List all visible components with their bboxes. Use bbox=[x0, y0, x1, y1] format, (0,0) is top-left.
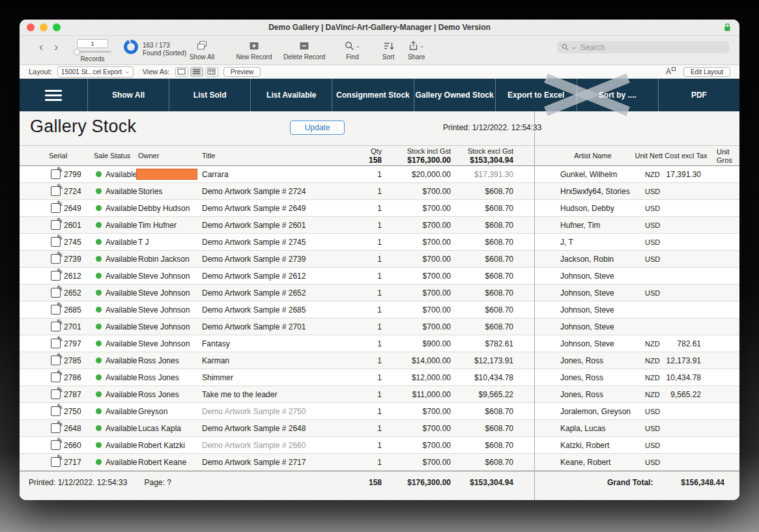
table-row[interactable]: ✎ 2786 Available Ross Jones Shimmer 1 $1… bbox=[20, 369, 739, 386]
edit-record-cell: ✎ bbox=[20, 437, 64, 453]
edit-record-icon[interactable]: ✎ bbox=[51, 203, 61, 213]
share-button[interactable]: ⌄ Share bbox=[400, 40, 433, 61]
owner-cell[interactable]: Steve Johnson bbox=[138, 285, 202, 301]
zoom-window-button[interactable] bbox=[53, 23, 61, 31]
edit-record-icon[interactable]: ✎ bbox=[51, 339, 61, 348]
preview-button[interactable]: Preview bbox=[223, 67, 261, 77]
find-dropdown-chevron-icon[interactable]: ⌄ bbox=[356, 43, 361, 49]
edit-record-icon[interactable]: ✎ bbox=[51, 169, 61, 179]
table-row[interactable]: ✎ 2787 Available Ross Jones Take me to t… bbox=[20, 386, 739, 403]
edit-record-icon[interactable]: ✎ bbox=[51, 305, 61, 315]
find-button[interactable]: ⌄ Find bbox=[336, 40, 369, 61]
next-record-button[interactable]: › bbox=[54, 40, 58, 54]
table-row[interactable]: ✎ 2601 Available Tim Hufner Demo Artwork… bbox=[20, 217, 739, 234]
edit-record-icon[interactable]: ✎ bbox=[51, 372, 61, 382]
formatting-bar-toggle-icon[interactable]: A bbox=[666, 67, 676, 76]
minimize-window-button[interactable] bbox=[40, 23, 48, 31]
owner-cell[interactable]: Robin Jackson bbox=[138, 251, 202, 267]
table-row[interactable]: ✎ 2750 Available Greyson Demo Artwork Sa… bbox=[20, 403, 739, 420]
previous-record-button[interactable]: ‹ bbox=[39, 40, 43, 54]
close-window-button[interactable] bbox=[27, 23, 35, 31]
table-row[interactable]: ✎ 2739 Available Robin Jackson Demo Artw… bbox=[20, 251, 739, 268]
edit-record-icon[interactable]: ✎ bbox=[51, 440, 61, 450]
nav-button[interactable]: List Sold bbox=[169, 79, 250, 111]
owner-cell[interactable]: Tim Hufner bbox=[138, 217, 202, 233]
table-row[interactable]: ✎ 2717 Available Robert Keane Demo Artwo… bbox=[20, 454, 739, 471]
edit-record-icon[interactable]: ✎ bbox=[51, 271, 61, 281]
owner-cell[interactable]: Steve Johnson bbox=[138, 301, 202, 318]
view-table-button[interactable] bbox=[205, 67, 218, 77]
owner-cell[interactable]: Ross Jones bbox=[138, 369, 202, 385]
table-row[interactable]: ✎ 2649 Available Debby Hudson Demo Artwo… bbox=[20, 200, 739, 217]
owner-cell[interactable] bbox=[138, 166, 202, 182]
owner-cell[interactable]: Debby Hudson bbox=[138, 200, 202, 216]
owner-cell[interactable]: T J bbox=[138, 234, 202, 250]
search-scope-chevron-icon[interactable]: ⌄ bbox=[571, 44, 577, 50]
table-row[interactable]: ✎ 2797 Available Steve Johnson Fantasy 1… bbox=[20, 335, 739, 352]
nav-button[interactable]: Consignment Stock bbox=[332, 79, 413, 111]
qty-cell: 1 bbox=[358, 166, 382, 182]
edit-record-icon[interactable]: ✎ bbox=[51, 237, 61, 247]
share-dropdown-chevron-icon[interactable]: ⌄ bbox=[420, 43, 425, 49]
table-row[interactable]: ✎ 2799 Available Carrara 1 $20,000.00 $1… bbox=[20, 166, 739, 183]
status-label: Available bbox=[106, 238, 137, 247]
sort-button[interactable]: Sort bbox=[375, 40, 401, 61]
nav-button[interactable]: Sort by .... bbox=[577, 79, 658, 111]
layout-select[interactable]: 15001 St...cel Export ⌄ bbox=[57, 66, 134, 77]
pencil-icon: ✎ bbox=[57, 385, 63, 395]
record-slider[interactable] bbox=[74, 51, 111, 53]
edit-record-icon[interactable]: ✎ bbox=[51, 288, 61, 298]
edit-record-icon[interactable]: ✎ bbox=[51, 254, 61, 264]
owner-cell[interactable]: Ross Jones bbox=[138, 386, 202, 402]
owner-cell[interactable]: Robert Katzki bbox=[138, 437, 202, 453]
update-button[interactable]: Update bbox=[290, 120, 345, 135]
edit-record-icon[interactable]: ✎ bbox=[51, 186, 61, 196]
table-row[interactable]: ✎ 2685 Available Steve Johnson Demo Artw… bbox=[20, 301, 739, 318]
owner-cell[interactable]: Lucas Kapla bbox=[138, 420, 202, 436]
table-row[interactable]: ✎ 2612 Available Steve Johnson Demo Artw… bbox=[20, 268, 739, 285]
edit-record-icon[interactable]: ✎ bbox=[51, 220, 61, 230]
nav-button[interactable]: Show All bbox=[87, 79, 169, 111]
view-form-button[interactable] bbox=[175, 67, 188, 77]
table-row[interactable]: ✎ 2652 Available Steve Johnson Demo Artw… bbox=[20, 285, 739, 301]
sale-status-cell: Available bbox=[94, 403, 138, 419]
edit-record-icon[interactable]: ✎ bbox=[51, 423, 61, 433]
formatting-letter: A bbox=[666, 67, 671, 76]
owner-cell[interactable]: Robert Keane bbox=[138, 454, 202, 470]
table-row[interactable]: ✎ 2785 Available Ross Jones Karman 1 $14… bbox=[20, 352, 739, 369]
delete-record-button[interactable]: Delete Record bbox=[279, 40, 330, 61]
edit-record-icon[interactable]: ✎ bbox=[51, 356, 61, 365]
edit-record-icon[interactable]: ✎ bbox=[51, 389, 61, 399]
owner-cell[interactable]: Ross Jones bbox=[138, 352, 202, 369]
unit-nett-cell bbox=[671, 437, 701, 453]
new-record-button[interactable]: New Record bbox=[233, 40, 275, 61]
search-input[interactable] bbox=[579, 42, 724, 53]
show-all-toolbar-button[interactable]: Show All bbox=[182, 40, 222, 61]
search-box[interactable]: ⌄ bbox=[557, 41, 729, 53]
owner-cell[interactable]: Greyson bbox=[138, 403, 202, 419]
current-record-field[interactable]: 1 bbox=[77, 39, 108, 48]
nav-button[interactable]: Export to Excel bbox=[495, 79, 577, 111]
table-row[interactable]: ✎ 2660 Available Robert Katzki Demo Artw… bbox=[20, 437, 739, 454]
footer-printed: Printed: 1/12/2022. 12:54:33 bbox=[29, 478, 127, 487]
edit-record-icon[interactable]: ✎ bbox=[51, 457, 61, 467]
nav-button[interactable]: List Available bbox=[250, 79, 332, 111]
view-list-button[interactable] bbox=[190, 67, 203, 77]
owner-cell[interactable]: Stories bbox=[138, 183, 202, 199]
table-row[interactable]: ✎ 2724 Available Stories Demo Artwork Sa… bbox=[20, 183, 739, 200]
edit-record-icon[interactable]: ✎ bbox=[51, 406, 61, 416]
table-row[interactable]: ✎ 2701 Available Steve Johnson Demo Artw… bbox=[20, 318, 739, 335]
artist-cell: Johnson, Steve bbox=[534, 318, 645, 335]
edit-layout-button[interactable]: Edit Layout bbox=[683, 67, 730, 77]
owner-cell[interactable]: Steve Johnson bbox=[138, 318, 202, 335]
nav-button[interactable]: Gallery Owned Stock bbox=[414, 79, 495, 111]
table-row[interactable]: ✎ 2648 Available Lucas Kapla Demo Artwor… bbox=[20, 420, 739, 437]
menu-button[interactable] bbox=[20, 79, 87, 111]
record-slider-knob[interactable] bbox=[74, 49, 80, 55]
edit-record-icon[interactable]: ✎ bbox=[51, 322, 61, 331]
owner-cell[interactable]: Steve Johnson bbox=[138, 268, 202, 284]
nav-button[interactable]: PDF bbox=[658, 79, 739, 111]
found-set-pie-icon[interactable] bbox=[124, 40, 138, 54]
table-row[interactable]: ✎ 2745 Available T J Demo Artwork Sample… bbox=[20, 234, 739, 251]
owner-cell[interactable]: Steve Johnson bbox=[138, 335, 202, 352]
